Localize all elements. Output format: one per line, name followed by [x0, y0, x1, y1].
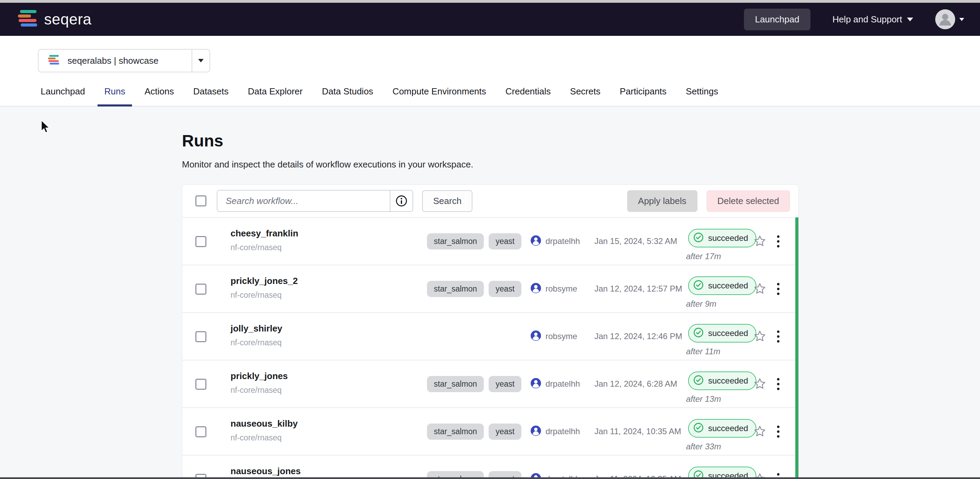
- tab-secrets[interactable]: Secrets: [570, 86, 600, 106]
- runs-toolbar: Search Apply labels Delete selected: [182, 185, 799, 217]
- workspace-selector-caret[interactable]: [192, 49, 210, 72]
- star-button[interactable]: [753, 218, 767, 265]
- workspace-selector[interactable]: seqeralabs | showcase: [38, 49, 210, 72]
- row-checkbox[interactable]: [196, 426, 207, 437]
- run-status-cell: succeeded after 9m: [686, 276, 756, 309]
- run-status-label: succeeded: [708, 423, 748, 433]
- runs-table-card: Search Apply labels Delete selected chee…: [182, 185, 799, 479]
- brand-name: seqera: [44, 11, 92, 28]
- star-button[interactable]: [753, 360, 767, 407]
- run-user-cell: drpatelhh: [530, 360, 580, 407]
- status-badge: succeeded: [688, 419, 756, 438]
- launchpad-button[interactable]: Launchpad: [744, 9, 810, 30]
- chevron-down-icon: [959, 18, 964, 21]
- row-checkbox[interactable]: [196, 283, 207, 294]
- table-row[interactable]: prickly_jones nf-core/rnaseq star_salmon…: [182, 360, 799, 407]
- tab-runs[interactable]: Runs: [104, 86, 126, 106]
- search-button[interactable]: Search: [422, 190, 473, 212]
- run-duration: after 33m: [686, 442, 756, 452]
- run-user-cell: drpatelhh: [530, 455, 580, 479]
- tab-actions[interactable]: Actions: [145, 86, 174, 106]
- row-menu-button[interactable]: [777, 360, 780, 407]
- kebab-icon: [777, 283, 780, 295]
- table-row[interactable]: prickly_jones_2 nf-core/rnaseq star_salm…: [182, 265, 799, 312]
- row-menu-button[interactable]: [777, 218, 780, 265]
- table-row[interactable]: nauseous_kilby nf-core/rnaseq star_salmo…: [182, 407, 799, 455]
- run-status-cell: succeeded after 11m: [686, 324, 756, 356]
- page-title: Runs: [182, 131, 980, 150]
- run-labels: [427, 313, 541, 360]
- run-name[interactable]: cheesy_franklin: [231, 228, 298, 239]
- run-labels: star_salmonyeast: [427, 408, 541, 455]
- tab-participants[interactable]: Participants: [620, 86, 667, 106]
- tab-settings[interactable]: Settings: [686, 86, 718, 106]
- run-name[interactable]: jolly_shirley: [231, 323, 282, 334]
- run-name[interactable]: prickly_jones_2: [231, 276, 298, 286]
- user-avatar-icon: [530, 235, 541, 247]
- row-checkbox[interactable]: [196, 331, 207, 342]
- row-checkbox[interactable]: [196, 379, 207, 390]
- tab-data-studios[interactable]: Data Studios: [322, 86, 373, 106]
- chevron-down-icon: [198, 59, 204, 62]
- tab-data-explorer[interactable]: Data Explorer: [248, 86, 302, 106]
- select-all-checkbox[interactable]: [196, 196, 207, 207]
- table-row[interactable]: cheesy_franklin nf-core/rnaseq star_salm…: [182, 217, 799, 265]
- seqera-brand[interactable]: seqera: [16, 7, 92, 31]
- workspace-selector-row: seqeralabs | showcase: [0, 36, 980, 72]
- label-pill: yeast: [488, 376, 521, 392]
- run-name[interactable]: nauseous_jones: [231, 466, 301, 477]
- user-avatar-icon: [530, 425, 541, 438]
- kebab-icon: [777, 378, 780, 390]
- table-row[interactable]: nauseous_jones nf-core/rnaseq star_salmo…: [182, 455, 799, 479]
- tab-compute-environments[interactable]: Compute Environments: [393, 86, 486, 106]
- window-bottom-edge: [0, 477, 980, 479]
- tab-launchpad[interactable]: Launchpad: [41, 86, 85, 106]
- run-labels: star_salmonyeast: [427, 218, 541, 265]
- row-menu-button[interactable]: [777, 313, 780, 360]
- star-button[interactable]: [753, 455, 767, 479]
- search-input[interactable]: [218, 191, 390, 211]
- run-status-cell: succeeded after 33m: [686, 419, 756, 452]
- check-circle-icon: [693, 422, 704, 434]
- table-row[interactable]: jolly_shirley nf-core/rnaseq robsyme Jan…: [182, 312, 799, 360]
- run-status-label: succeeded: [708, 328, 748, 338]
- run-user-cell: robsyme: [530, 313, 577, 360]
- user-avatar-icon: [530, 378, 541, 390]
- tab-datasets[interactable]: Datasets: [193, 86, 229, 106]
- row-menu-button[interactable]: [777, 455, 780, 479]
- search-input-group: [217, 190, 413, 212]
- workspace-tabs: LaunchpadRunsActionsDatasetsData Explore…: [0, 72, 980, 107]
- star-button[interactable]: [753, 313, 767, 360]
- star-button[interactable]: [753, 265, 767, 312]
- star-button[interactable]: [753, 408, 767, 455]
- delete-selected-button[interactable]: Delete selected: [706, 190, 790, 212]
- run-name[interactable]: prickly_jones: [231, 371, 288, 382]
- runs-list: cheesy_franklin nf-core/rnaseq star_salm…: [182, 217, 799, 479]
- chevron-down-icon: [907, 18, 913, 21]
- window-top-strip: [0, 0, 980, 3]
- row-checkbox[interactable]: [196, 236, 207, 247]
- workspace-logo-icon: [47, 53, 60, 68]
- run-date: Jan 12, 2024, 12:46 PM: [594, 313, 682, 360]
- row-menu-button[interactable]: [777, 408, 780, 455]
- label-pill: yeast: [488, 233, 521, 250]
- run-user: robsyme: [546, 284, 577, 294]
- apply-labels-button[interactable]: Apply labels: [627, 190, 697, 212]
- run-duration: after 11m: [686, 347, 756, 356]
- page-subtitle: Monitor and inspect the details of workf…: [182, 159, 980, 170]
- row-menu-button[interactable]: [777, 265, 780, 312]
- kebab-icon: [777, 331, 780, 342]
- run-status-label: succeeded: [708, 281, 748, 291]
- search-info-icon[interactable]: [390, 191, 412, 211]
- run-status-cell: succeeded after 13m: [686, 371, 756, 404]
- label-pill: star_salmon: [427, 233, 484, 250]
- run-duration: after 13m: [686, 394, 756, 404]
- user-avatar-icon: [530, 330, 541, 342]
- scroll-indicator-bar[interactable]: [795, 218, 799, 479]
- tab-credentials[interactable]: Credentials: [506, 86, 551, 106]
- run-name[interactable]: nauseous_kilby: [231, 419, 298, 429]
- help-and-support-menu[interactable]: Help and Support: [832, 14, 913, 25]
- user-avatar-menu[interactable]: [935, 9, 964, 29]
- run-date: Jan 12, 2024, 6:28 AM: [594, 360, 677, 407]
- run-user: drpatelhh: [546, 426, 580, 436]
